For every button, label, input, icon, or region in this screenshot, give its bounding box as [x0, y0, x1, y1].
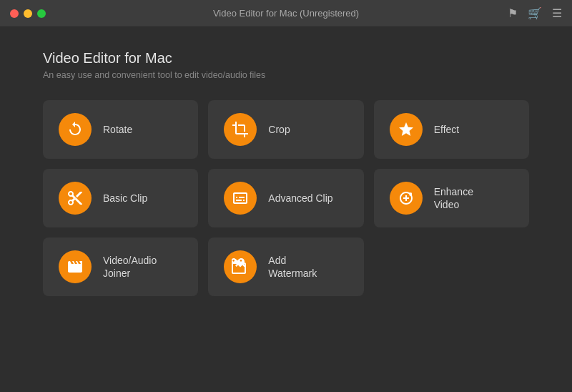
video-audio-joiner-label: Video/Audio Joiner	[103, 254, 157, 280]
scissors-icon	[59, 182, 92, 215]
card-video-audio-joiner[interactable]: Video/Audio Joiner	[43, 237, 198, 296]
crop-label: Crop	[268, 123, 290, 136]
advanced-clip-icon	[224, 182, 257, 215]
cart-icon[interactable]: 🛒	[528, 6, 542, 20]
card-basic-clip[interactable]: Basic Clip	[43, 169, 198, 227]
app-title: Video Editor for Mac	[43, 50, 529, 67]
effect-icon	[390, 113, 423, 146]
joiner-icon	[59, 250, 92, 283]
card-advanced-clip[interactable]: Advanced Clip	[208, 169, 363, 227]
enhance-icon	[390, 182, 423, 215]
rotate-label: Rotate	[103, 123, 132, 136]
close-button[interactable]	[10, 9, 19, 18]
titlebar-icon-group: ⚑ 🛒 ☰	[508, 6, 562, 20]
add-watermark-label: Add Watermark	[268, 254, 317, 280]
main-content: Video Editor for Mac An easy use and con…	[0, 27, 572, 392]
feature-grid: Rotate Crop Effect Basic Clip	[43, 100, 529, 296]
key-icon[interactable]: ⚑	[508, 6, 518, 20]
watermark-icon	[224, 250, 257, 283]
enhance-video-label: Enhance Video	[434, 185, 473, 211]
card-enhance-video[interactable]: Enhance Video	[374, 169, 529, 227]
menu-icon[interactable]: ☰	[552, 6, 562, 20]
card-add-watermark[interactable]: Add Watermark	[208, 237, 363, 296]
advanced-clip-label: Advanced Clip	[268, 192, 332, 205]
window-title: Video Editor for Mac (Unregistered)	[213, 8, 359, 19]
rotate-icon	[59, 113, 92, 146]
card-crop[interactable]: Crop	[208, 100, 363, 159]
maximize-button[interactable]	[37, 9, 46, 18]
app-subtitle: An easy use and convenient tool to edit …	[43, 70, 529, 80]
traffic-lights	[10, 9, 46, 18]
effect-label: Effect	[434, 123, 460, 136]
card-rotate[interactable]: Rotate	[43, 100, 198, 159]
minimize-button[interactable]	[24, 9, 32, 18]
basic-clip-label: Basic Clip	[103, 192, 147, 205]
titlebar: Video Editor for Mac (Unregistered) ⚑ 🛒 …	[0, 0, 572, 27]
card-effect[interactable]: Effect	[374, 100, 529, 159]
crop-icon	[224, 113, 257, 146]
